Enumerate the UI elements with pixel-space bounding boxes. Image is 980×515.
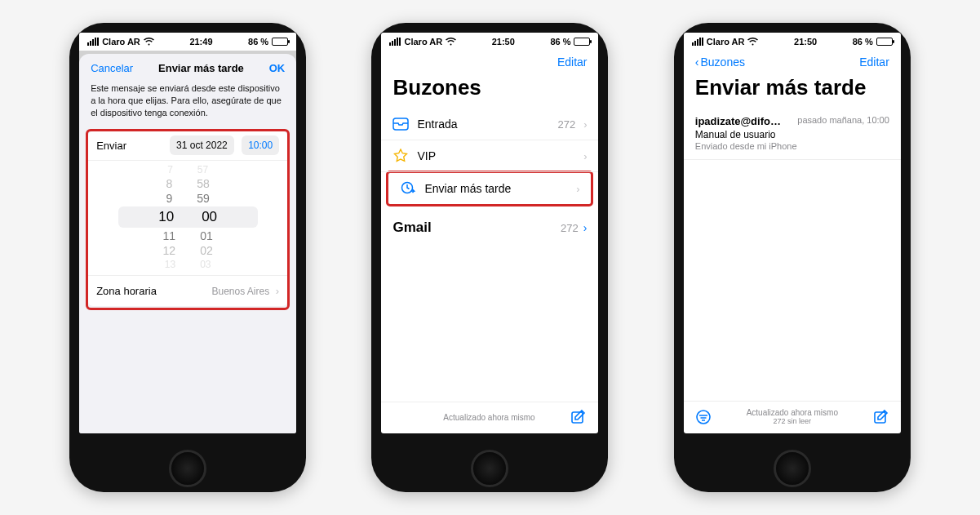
footer-unread: 272 sin leer (712, 417, 873, 425)
mailbox-list: Entrada 272 › VIP › Enviar más tarde › (381, 109, 598, 205)
highlight-box: Enviar más tarde › (386, 171, 593, 206)
clock: 21:50 (492, 37, 515, 47)
chevron-left-icon: ‹ (695, 55, 699, 69)
battery-pct: 86 % (248, 37, 268, 47)
signal-icon (692, 38, 703, 46)
edit-button[interactable]: Editar (557, 55, 588, 69)
home-button[interactable] (471, 450, 508, 487)
message-scheduled-time: pasado mañana, 10:00 (797, 115, 889, 127)
picker-selected: 1000 (118, 206, 258, 228)
chevron-right-icon: › (583, 221, 588, 234)
carrier: Claro AR (707, 37, 745, 47)
chevron-right-icon: › (583, 118, 587, 131)
message-row[interactable]: ipadizate@difo… pasado mañana, 10:00 Man… (684, 109, 901, 160)
svg-rect-4 (875, 412, 885, 423)
schedule-modal: Cancelar Enviar más tarde OK Este mensaj… (79, 54, 296, 433)
status-bar: Claro AR 21:49 86 % (79, 33, 296, 51)
mailbox-vip[interactable]: VIP › (381, 140, 598, 172)
account-count: 272 (561, 222, 579, 234)
edit-button[interactable]: Editar (859, 55, 889, 69)
battery-icon (876, 38, 893, 46)
mailbox-label: Entrada (417, 118, 549, 131)
carrier: Claro AR (404, 37, 442, 47)
svg-rect-2 (572, 412, 583, 423)
phone-mailboxes: Claro AR 21:50 86 % Editar Buzones Entra… (371, 23, 608, 492)
home-button[interactable] (169, 450, 206, 487)
clock-send-icon (400, 180, 416, 197)
chevron-right-icon: › (583, 150, 587, 162)
account-gmail[interactable]: Gmail 272 › (381, 205, 598, 241)
cancel-button[interactable]: Cancelar (91, 62, 133, 74)
toolbar: Actualizado ahora mismo (381, 402, 598, 433)
star-icon (392, 148, 409, 164)
account-label: Gmail (392, 220, 431, 236)
status-bar: Claro AR 21:50 86 % (381, 33, 598, 51)
ok-button[interactable]: OK (269, 62, 286, 74)
time-chip[interactable]: 10:00 (242, 135, 279, 155)
phone-schedule: Claro AR 21:49 86 % Cancelar Enviar más … (69, 23, 306, 492)
highlight-box: Enviar 31 oct 2022 10:00 757 858 959 100… (86, 129, 290, 310)
footer-status: Actualizado ahora mismo (407, 413, 570, 422)
compose-button[interactable] (873, 409, 889, 425)
time-picker[interactable]: 757 858 959 1000 1101 1202 1303 (88, 160, 287, 275)
mailbox-label: VIP (417, 149, 575, 162)
battery-icon (272, 38, 288, 46)
timezone-label: Zona horaria (96, 285, 157, 297)
message-preview: Enviado desde mi iPhone (695, 141, 889, 151)
mailbox-label: Enviar más tarde (424, 182, 568, 195)
mailbox-inbox[interactable]: Entrada 272 › (381, 109, 598, 140)
mailbox-count: 272 (557, 118, 575, 131)
battery-icon (574, 38, 590, 46)
svg-rect-0 (393, 118, 408, 130)
screen: Claro AR 21:50 86 % Editar Buzones Entra… (381, 33, 598, 433)
filter-button[interactable] (695, 409, 712, 425)
wifi-icon (144, 38, 154, 46)
status-bar: Claro AR 21:50 86 % (684, 33, 901, 51)
inbox-icon (392, 116, 409, 132)
nav-bar: Editar (381, 51, 598, 73)
wifi-icon (446, 38, 456, 46)
send-row: Enviar 31 oct 2022 10:00 (88, 131, 287, 160)
timezone-row[interactable]: Zona horaria Buenos Aires › (88, 275, 287, 306)
modal-backdrop: Cancelar Enviar más tarde OK Este mensaj… (79, 51, 296, 433)
phone-send-later-list: Claro AR 21:50 86 % ‹ Buzones Editar Env… (674, 23, 911, 492)
date-chip[interactable]: 31 oct 2022 (170, 135, 234, 155)
page-title: Buzones (381, 73, 598, 109)
compose-button[interactable] (570, 409, 587, 425)
modal-description: Este mensaje se enviará desde este dispo… (79, 82, 296, 127)
screen: Claro AR 21:49 86 % Cancelar Enviar más … (79, 33, 296, 433)
signal-icon (389, 38, 401, 46)
signal-icon (87, 38, 99, 46)
send-label: Enviar (96, 140, 126, 152)
mailbox-send-later[interactable]: Enviar más tarde › (388, 173, 591, 204)
timezone-value: Buenos Aires (211, 286, 269, 297)
screen: Claro AR 21:50 86 % ‹ Buzones Editar Env… (684, 33, 901, 433)
battery-pct: 86 % (550, 37, 570, 47)
home-button[interactable] (774, 450, 811, 487)
chevron-right-icon: › (276, 285, 279, 297)
svg-point-3 (697, 411, 710, 424)
wifi-icon (747, 38, 758, 46)
chevron-right-icon: › (576, 183, 579, 195)
message-subject: Manual de usuario (695, 129, 889, 140)
toolbar: Actualizado ahora mismo 272 sin leer (684, 401, 901, 433)
battery-pct: 86 % (853, 37, 873, 47)
message-from: ipadizate@difo… (695, 115, 781, 127)
modal-title: Enviar más tarde (158, 62, 244, 74)
clock: 21:50 (794, 37, 817, 47)
carrier: Claro AR (102, 37, 140, 47)
page-title: Enviar más tarde (684, 73, 901, 109)
clock: 21:49 (189, 37, 212, 47)
footer-status: Actualizado ahora mismo (747, 408, 838, 417)
back-label: Buzones (700, 55, 744, 69)
back-button[interactable]: ‹ Buzones (695, 55, 745, 69)
nav-bar: ‹ Buzones Editar (684, 51, 901, 73)
